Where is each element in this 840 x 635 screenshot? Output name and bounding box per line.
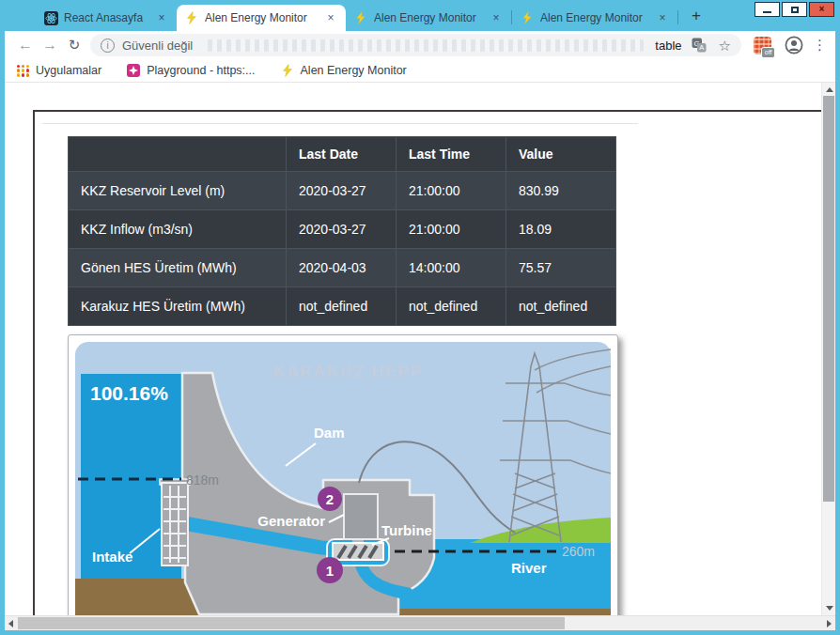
tab-title: Alen Energy Monitor xyxy=(205,11,318,24)
row-last-time: 21:00:00 xyxy=(397,172,506,210)
column-header-blank xyxy=(69,137,287,172)
row-last-time: 14:00:00 xyxy=(397,249,506,287)
lower-level-label: 260m xyxy=(562,544,595,559)
maximize-icon xyxy=(791,7,799,13)
maximize-button[interactable] xyxy=(782,2,807,17)
scroll-right-icon[interactable] xyxy=(827,620,832,627)
row-last-date: 2020-03-27 xyxy=(287,210,397,249)
table-header-row: Last Date Last Time Value xyxy=(69,137,616,172)
bookmark-playground[interactable]: Playground - https:... xyxy=(127,64,255,77)
diagram-title: KARAKUZ HEPP xyxy=(272,363,422,380)
browser-menu-icon[interactable]: ⋮ xyxy=(813,37,827,54)
react-favicon-icon xyxy=(43,10,58,25)
intake-label: Intake xyxy=(92,549,132,565)
bookmarks-bar: Uygulamalar Playground - https:... Alen … xyxy=(5,59,835,83)
vertical-scrollbar[interactable] xyxy=(821,83,835,615)
browser-chrome: ← → ↻ i Güvenli değil table GA ☆ off ⋮ xyxy=(5,31,835,630)
horizontal-scrollbar-thumb[interactable] xyxy=(18,617,565,629)
tab-title: Alen Energy Monitor xyxy=(540,11,649,24)
hepp-diagram-image: KARAKUZ HEPP 100.16% 818m 260m Dam Gener… xyxy=(75,342,611,630)
table-row: KKZ Reservoir Level (m) 2020-03-27 21:00… xyxy=(69,172,616,210)
close-button[interactable]: × xyxy=(809,2,834,17)
row-value: 18.09 xyxy=(506,210,616,249)
horizontal-scrollbar[interactable] xyxy=(5,615,835,630)
tab-strip: React Anasayfa × Alen Energy Monitor × A… xyxy=(0,0,840,31)
row-last-date: 2020-04-03 xyxy=(287,249,397,287)
monitor-table: Last Date Last Time Value KKZ Reservoir … xyxy=(68,136,616,326)
playground-icon xyxy=(127,64,140,77)
river-label: River xyxy=(511,560,547,576)
url-tail-text: table xyxy=(655,39,681,53)
marker-1-number: 1 xyxy=(326,563,334,579)
table-row: KKZ Inflow (m3/sn) 2020-03-27 21:00:00 1… xyxy=(69,210,616,249)
intake-structure xyxy=(160,479,190,565)
tab-alen-energy-monitor-2[interactable]: Alen Energy Monitor × xyxy=(346,5,511,31)
tab-title: React Anasayfa xyxy=(64,11,148,24)
tab-separator xyxy=(677,10,678,24)
page-content: Last Date Last Time Value KKZ Reservoir … xyxy=(5,83,835,630)
blurred-url-segment xyxy=(208,39,644,52)
row-label: KKZ Reservoir Level (m) xyxy=(69,172,287,210)
bookmark-label: Uygulamalar xyxy=(36,64,101,77)
tab-alen-energy-monitor-active[interactable]: Alen Energy Monitor × xyxy=(177,5,346,31)
tab-alen-energy-monitor-3[interactable]: Alen Energy Monitor × xyxy=(512,5,677,31)
row-value: 75.57 xyxy=(506,249,616,287)
apps-grid-icon xyxy=(17,65,29,77)
dam-label: Dam xyxy=(314,425,345,441)
table-row: Gönen HES Üretim (MWh) 2020-04-03 14:00:… xyxy=(69,249,616,287)
column-header-last-time: Last Time xyxy=(397,137,506,172)
column-header-last-date: Last Date xyxy=(287,137,397,172)
scroll-up-icon[interactable] xyxy=(826,87,833,92)
row-last-date: 2020-03-27 xyxy=(287,172,397,210)
tab-close-icon[interactable]: × xyxy=(154,11,169,24)
row-last-time: 21:00:00 xyxy=(397,210,506,249)
bookmark-alen-energy-monitor[interactable]: Alen Energy Monitor xyxy=(281,64,407,77)
row-last-date: not_defined xyxy=(287,287,397,326)
omnibox-icons: GA ☆ xyxy=(692,38,731,53)
table-row: Karakuz HES Üretim (MWh) not_defined not… xyxy=(69,287,616,326)
scroll-left-icon[interactable] xyxy=(8,620,13,627)
row-label: KKZ Inflow (m3/sn) xyxy=(69,210,287,249)
bookmark-apps[interactable]: Uygulamalar xyxy=(17,64,101,77)
window-controls: × xyxy=(754,2,834,17)
lightning-favicon-icon xyxy=(520,10,535,25)
scroll-down-icon[interactable] xyxy=(826,606,833,611)
row-value: not_defined xyxy=(506,287,616,326)
forward-button[interactable]: → xyxy=(38,37,62,54)
translate-icon[interactable]: GA xyxy=(692,38,707,53)
address-bar[interactable]: i Güvenli değil table GA ☆ xyxy=(90,34,741,56)
minimize-icon xyxy=(763,11,771,13)
row-value: 830.99 xyxy=(506,172,616,210)
back-button[interactable]: ← xyxy=(13,37,38,54)
minimize-button[interactable] xyxy=(754,2,780,17)
tab-react-anasayfa[interactable]: React Anasayfa × xyxy=(36,5,177,31)
tab-close-icon[interactable]: × xyxy=(489,11,504,24)
generator-unit xyxy=(344,494,378,539)
reload-button[interactable]: ↻ xyxy=(62,37,86,54)
extension-off-badge: off xyxy=(761,47,775,58)
security-label: Güvenli değil xyxy=(122,39,193,53)
site-info-icon[interactable]: i xyxy=(101,39,115,53)
tab-close-icon[interactable]: × xyxy=(655,11,670,24)
bookmark-label: Playground - https:... xyxy=(147,64,255,77)
row-label: Karakuz HES Üretim (MWh) xyxy=(69,287,287,326)
bookmark-label: Alen Energy Monitor xyxy=(301,64,407,77)
turbine-label: Turbine xyxy=(381,522,432,538)
svg-text:A: A xyxy=(699,43,704,52)
hepp-diagram-card: KARAKUZ HEPP 100.16% 818m 260m Dam Gener… xyxy=(68,334,618,630)
column-header-value: Value xyxy=(506,137,616,172)
upper-level-label: 818m xyxy=(186,472,219,488)
extension-icon[interactable]: off xyxy=(754,37,771,54)
row-label: Gönen HES Üretim (MWh) xyxy=(69,249,287,287)
vertical-scrollbar-thumb[interactable] xyxy=(823,96,834,502)
profile-avatar-icon[interactable] xyxy=(785,36,803,54)
horizontal-rule xyxy=(42,123,638,124)
navigation-toolbar: ← → ↻ i Güvenli değil table GA ☆ off ⋮ xyxy=(5,31,835,59)
bookmark-star-icon[interactable]: ☆ xyxy=(719,39,731,53)
lightning-icon xyxy=(281,64,294,77)
tab-close-icon[interactable]: × xyxy=(323,11,338,24)
browser-window: React Anasayfa × Alen Energy Monitor × A… xyxy=(0,0,840,635)
fill-percentage-label: 100.16% xyxy=(90,382,168,404)
new-tab-button[interactable]: + xyxy=(692,8,701,23)
lightning-favicon-icon xyxy=(353,10,368,25)
